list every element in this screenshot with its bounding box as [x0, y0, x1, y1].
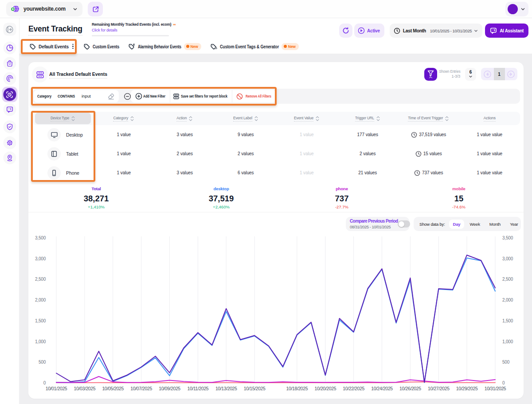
compare-toggle[interactable] — [398, 220, 410, 227]
sidebar-item-settings-gear[interactable] — [3, 137, 16, 149]
tab-menu-kebab-icon[interactable] — [71, 43, 74, 50]
cell: 2 values — [337, 144, 399, 163]
click-for-details-link[interactable]: Click for details — [92, 28, 176, 32]
date-range-picker[interactable]: Last Month 10/01/2025 - 10/31/2025 — [390, 24, 482, 38]
filter-field[interactable]: Category — [37, 90, 51, 102]
tab-custom-events[interactable]: Custom Events — [80, 39, 122, 54]
sort-icon[interactable] — [445, 116, 449, 122]
save-filters-button[interactable]: Save set filters for report block — [181, 90, 227, 102]
table-row-desktop[interactable]: Desktop1 value3 values9 values1 value177… — [32, 125, 520, 144]
sort-icon[interactable] — [376, 116, 380, 122]
prev-page-button[interactable] — [481, 70, 494, 78]
column-header-time-of-event-trigger[interactable]: Time of Event Trigger — [398, 112, 459, 125]
ai-assistant-button[interactable]: AI Assistant — [485, 24, 528, 38]
filter-operator[interactable]: CONTAINS — [58, 90, 75, 102]
server-icon[interactable] — [173, 90, 180, 102]
arrow-right-circle-icon — [507, 70, 515, 78]
cell: 37,519 values — [398, 125, 459, 144]
cell: 1 value — [94, 144, 155, 163]
tab-label: Alarming Behavior Events — [138, 44, 181, 49]
sidebar-item-behavior-swirl[interactable] — [3, 72, 16, 85]
cell: 9 values — [215, 125, 277, 144]
sidebar-item-ecommerce-bag[interactable] — [3, 57, 16, 70]
device-label: Tablet — [66, 151, 78, 157]
website-selector[interactable]: yourwebsite.com — [6, 2, 82, 16]
svg-text:3,500: 3,500 — [502, 235, 513, 240]
column-header-event-label[interactable]: Event Label — [215, 112, 277, 125]
sidebar-item-feedback-chat[interactable] — [3, 103, 16, 116]
svg-text:10/13/2025: 10/13/2025 — [215, 386, 237, 391]
device-icon-wrap — [47, 147, 61, 161]
filter-button[interactable] — [424, 68, 437, 81]
cell: 1 value — [276, 125, 337, 144]
divider — [170, 90, 170, 102]
tablet-icon — [51, 150, 58, 157]
server-icon — [36, 71, 44, 79]
next-page-button[interactable] — [505, 70, 518, 78]
granularity-day[interactable]: Day — [449, 220, 465, 229]
total-label: desktop — [209, 186, 234, 191]
column-header-actions[interactable]: Actions — [459, 112, 520, 125]
granularity-month[interactable]: Month — [485, 220, 505, 229]
refresh-button[interactable] — [339, 24, 352, 38]
tracking-status-button[interactable]: Active — [354, 24, 384, 38]
avatar — [508, 4, 518, 14]
column-header-device-type[interactable]: Device Type — [32, 112, 94, 125]
svg-text:10/15/2025: 10/15/2025 — [244, 386, 266, 391]
ban-icon[interactable] — [236, 90, 243, 102]
add-new-filter-button[interactable]: Add New Filter — [143, 90, 165, 102]
sort-icon[interactable] — [254, 116, 258, 122]
svg-text:1,500: 1,500 — [502, 318, 513, 323]
arrow-left-circle-icon — [483, 70, 492, 78]
cell: 1 value value — [459, 125, 520, 144]
tab-custom-event-tags-generator[interactable]: Custom Event Tags & GeneratorNew — [207, 39, 302, 54]
eraser-icon[interactable] — [107, 90, 115, 102]
sidebar-item-event-tracking[interactable] — [2, 87, 17, 102]
compare-previous-period: Compare Previous Period 08/31/2025 - 10/… — [346, 217, 409, 231]
remaining-events-block: Remaining Monthly Tracked Events (incl. … — [92, 22, 176, 36]
total-value: 38,271 — [84, 194, 109, 204]
svg-text:3,500: 3,500 — [35, 235, 46, 240]
column-header-trigger-url[interactable]: Trigger URL — [337, 112, 399, 125]
tab-label: Custom Events — [93, 44, 119, 49]
device-cell: Desktop — [32, 125, 94, 144]
filter-chip: Category CONTAINS input — [34, 90, 119, 102]
website-logo-icon — [10, 4, 20, 13]
remove-all-filters-button[interactable]: Remove All Filters — [246, 90, 271, 102]
behavior-swirl-icon — [6, 75, 13, 82]
page-title: Event Tracking — [28, 24, 82, 35]
cell: 1 value — [94, 125, 155, 144]
column-header-action[interactable]: Action — [154, 112, 215, 125]
sidebar-item-visitor-pin[interactable] — [3, 152, 16, 165]
clock-icon — [394, 27, 400, 34]
shown-entries: Shown Entries 1-3/3 — [439, 69, 460, 79]
column-header-category[interactable]: Category — [94, 112, 155, 125]
tab-alarming-behavior-events[interactable]: Alarming Behavior EventsNew — [125, 39, 204, 54]
svg-text:10/03/2025: 10/03/2025 — [74, 386, 96, 391]
open-website-button[interactable] — [88, 2, 103, 16]
account-menu[interactable] — [505, 2, 528, 16]
tab-label: Default Events — [39, 44, 69, 49]
total-value: 737 — [335, 194, 349, 204]
granularity-year[interactable]: Year — [506, 220, 522, 229]
tab-default-events[interactable]: Default Events — [26, 39, 78, 54]
plus-circle-icon[interactable] — [135, 90, 142, 102]
sort-icon[interactable] — [71, 116, 75, 122]
cell: 3 values — [154, 163, 215, 182]
svg-text:3,000: 3,000 — [35, 256, 46, 261]
chevron-down-icon — [469, 75, 473, 78]
sidebar-item-privacy-shield[interactable] — [3, 121, 16, 133]
svg-text:1,000: 1,000 — [35, 339, 46, 344]
filter-value[interactable]: input — [82, 90, 91, 102]
funnel-icon — [427, 70, 434, 79]
granularity-week[interactable]: Week — [466, 220, 484, 229]
table-row-phone[interactable]: Phone1 value3 values6 values1 value21 va… — [32, 163, 520, 182]
table-row-tablet[interactable]: Tablet1 value2 values2 values1 value2 va… — [32, 144, 520, 163]
sort-icon[interactable] — [315, 116, 320, 122]
sort-icon[interactable] — [130, 116, 134, 122]
page-size-select[interactable]: 6 — [465, 68, 476, 81]
sidebar-item-dashboard-pie[interactable] — [3, 42, 16, 55]
sort-icon[interactable] — [188, 116, 193, 122]
column-header-event-value[interactable]: Event Value — [276, 112, 337, 125]
sidebar-item-collapse[interactable] — [3, 23, 16, 36]
